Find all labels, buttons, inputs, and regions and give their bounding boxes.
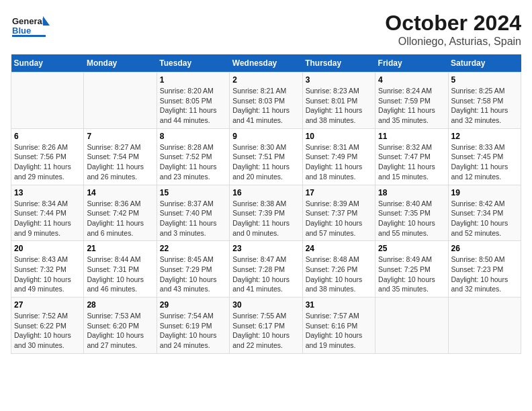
calendar-cell: 31Sunrise: 7:57 AM Sunset: 6:16 PM Dayli… — [302, 298, 375, 354]
calendar-cell: 26Sunrise: 8:50 AM Sunset: 7:23 PM Dayli… — [448, 241, 521, 298]
day-info: Sunrise: 8:21 AM Sunset: 8:03 PM Dayligh… — [232, 86, 299, 126]
calendar-cell: 9Sunrise: 8:30 AM Sunset: 7:51 PM Daylig… — [230, 128, 302, 185]
day-info: Sunrise: 7:55 AM Sunset: 6:17 PM Dayligh… — [232, 311, 299, 351]
day-info: Sunrise: 8:20 AM Sunset: 8:05 PM Dayligh… — [160, 86, 226, 126]
calendar-cell: 8Sunrise: 8:28 AM Sunset: 7:52 PM Daylig… — [157, 128, 229, 185]
day-info: Sunrise: 8:24 AM Sunset: 7:59 PM Dayligh… — [378, 86, 445, 126]
day-info: Sunrise: 8:26 AM Sunset: 7:56 PM Dayligh… — [14, 142, 81, 182]
calendar-cell: 29Sunrise: 7:54 AM Sunset: 6:19 PM Dayli… — [157, 298, 229, 354]
day-info: Sunrise: 8:31 AM Sunset: 7:49 PM Dayligh… — [306, 142, 372, 182]
day-info: Sunrise: 8:37 AM Sunset: 7:40 PM Dayligh… — [160, 199, 226, 238]
day-info: Sunrise: 8:50 AM Sunset: 7:23 PM Dayligh… — [451, 255, 518, 294]
logo-icon: General Blue — [11, 11, 51, 41]
page-header: General Blue October 2024 Olloniego, Ast… — [11, 11, 521, 48]
calendar-cell: 15Sunrise: 8:37 AM Sunset: 7:40 PM Dayli… — [157, 185, 229, 241]
day-header-saturday: Saturday — [448, 54, 521, 73]
calendar-header-row: SundayMondayTuesdayWednesdayThursdayFrid… — [11, 54, 521, 73]
day-info: Sunrise: 7:54 AM Sunset: 6:19 PM Dayligh… — [160, 311, 226, 351]
calendar-cell — [448, 298, 521, 354]
day-info: Sunrise: 8:40 AM Sunset: 7:35 PM Dayligh… — [378, 199, 445, 238]
day-info: Sunrise: 8:30 AM Sunset: 7:51 PM Dayligh… — [232, 142, 299, 182]
calendar-cell: 23Sunrise: 8:47 AM Sunset: 7:28 PM Dayli… — [230, 241, 302, 298]
day-number: 31 — [306, 300, 372, 310]
day-number: 23 — [232, 244, 299, 253]
day-info: Sunrise: 8:38 AM Sunset: 7:39 PM Dayligh… — [232, 199, 299, 238]
day-number: 5 — [451, 75, 518, 85]
day-number: 26 — [451, 244, 518, 253]
calendar-cell: 6Sunrise: 8:26 AM Sunset: 7:56 PM Daylig… — [11, 128, 84, 185]
calendar-week-row: 27Sunrise: 7:52 AM Sunset: 6:22 PM Dayli… — [11, 298, 521, 354]
day-header-friday: Friday — [375, 54, 448, 73]
calendar-cell: 14Sunrise: 8:36 AM Sunset: 7:42 PM Dayli… — [84, 185, 157, 241]
day-info: Sunrise: 7:53 AM Sunset: 6:20 PM Dayligh… — [87, 311, 153, 351]
calendar-cell: 22Sunrise: 8:45 AM Sunset: 7:29 PM Dayli… — [157, 241, 229, 298]
calendar-cell: 13Sunrise: 8:34 AM Sunset: 7:44 PM Dayli… — [11, 185, 84, 241]
day-header-sunday: Sunday — [11, 54, 84, 73]
calendar-cell: 4Sunrise: 8:24 AM Sunset: 7:59 PM Daylig… — [375, 73, 448, 129]
day-number: 3 — [306, 75, 372, 85]
calendar-table: SundayMondayTuesdayWednesdayThursdayFrid… — [11, 54, 521, 354]
day-number: 6 — [14, 132, 81, 141]
calendar-cell: 1Sunrise: 8:20 AM Sunset: 8:05 PM Daylig… — [157, 73, 229, 129]
day-number: 13 — [14, 188, 81, 197]
calendar-cell: 28Sunrise: 7:53 AM Sunset: 6:20 PM Dayli… — [84, 298, 157, 354]
calendar-cell: 21Sunrise: 8:44 AM Sunset: 7:31 PM Dayli… — [84, 241, 157, 298]
day-info: Sunrise: 8:25 AM Sunset: 7:58 PM Dayligh… — [451, 86, 518, 126]
day-header-thursday: Thursday — [302, 54, 375, 73]
calendar-cell: 17Sunrise: 8:39 AM Sunset: 7:37 PM Dayli… — [302, 185, 375, 241]
calendar-cell — [375, 298, 448, 354]
day-number: 15 — [160, 188, 226, 197]
day-info: Sunrise: 8:43 AM Sunset: 7:32 PM Dayligh… — [14, 255, 81, 294]
calendar-cell: 30Sunrise: 7:55 AM Sunset: 6:17 PM Dayli… — [230, 298, 302, 354]
day-number: 27 — [14, 300, 81, 310]
svg-text:Blue: Blue — [12, 26, 31, 36]
day-number: 19 — [451, 188, 518, 197]
day-number: 18 — [378, 188, 445, 197]
day-number: 30 — [232, 300, 299, 310]
page-subtitle: Olloniego, Asturias, Spain — [385, 36, 521, 48]
day-info: Sunrise: 8:33 AM Sunset: 7:45 PM Dayligh… — [451, 142, 518, 182]
logo: General Blue — [11, 11, 51, 41]
calendar-cell — [11, 73, 84, 129]
day-number: 10 — [306, 132, 372, 141]
day-number: 16 — [232, 188, 299, 197]
day-info: Sunrise: 8:44 AM Sunset: 7:31 PM Dayligh… — [87, 255, 153, 294]
calendar-cell: 12Sunrise: 8:33 AM Sunset: 7:45 PM Dayli… — [448, 128, 521, 185]
day-number: 20 — [14, 244, 81, 253]
calendar-cell: 11Sunrise: 8:32 AM Sunset: 7:47 PM Dayli… — [375, 128, 448, 185]
calendar-cell: 20Sunrise: 8:43 AM Sunset: 7:32 PM Dayli… — [11, 241, 84, 298]
calendar-cell: 24Sunrise: 8:48 AM Sunset: 7:26 PM Dayli… — [302, 241, 375, 298]
day-info: Sunrise: 8:36 AM Sunset: 7:42 PM Dayligh… — [87, 199, 153, 238]
calendar-cell: 19Sunrise: 8:42 AM Sunset: 7:34 PM Dayli… — [448, 185, 521, 241]
calendar-cell: 18Sunrise: 8:40 AM Sunset: 7:35 PM Dayli… — [375, 185, 448, 241]
day-number: 25 — [378, 244, 445, 253]
day-number: 24 — [306, 244, 372, 253]
day-info: Sunrise: 8:42 AM Sunset: 7:34 PM Dayligh… — [451, 199, 518, 238]
day-header-wednesday: Wednesday — [230, 54, 302, 73]
calendar-cell: 5Sunrise: 8:25 AM Sunset: 7:58 PM Daylig… — [448, 73, 521, 129]
calendar-cell: 2Sunrise: 8:21 AM Sunset: 8:03 PM Daylig… — [230, 73, 302, 129]
day-info: Sunrise: 8:23 AM Sunset: 8:01 PM Dayligh… — [306, 86, 372, 126]
day-info: Sunrise: 7:52 AM Sunset: 6:22 PM Dayligh… — [14, 311, 81, 351]
svg-text:General: General — [12, 16, 44, 26]
calendar-cell — [84, 73, 157, 129]
day-info: Sunrise: 7:57 AM Sunset: 6:16 PM Dayligh… — [306, 311, 372, 351]
day-info: Sunrise: 8:32 AM Sunset: 7:47 PM Dayligh… — [378, 142, 445, 182]
calendar-cell: 3Sunrise: 8:23 AM Sunset: 8:01 PM Daylig… — [302, 73, 375, 129]
day-number: 12 — [451, 132, 518, 141]
svg-rect-3 — [12, 35, 46, 37]
calendar-week-row: 1Sunrise: 8:20 AM Sunset: 8:05 PM Daylig… — [11, 73, 521, 129]
day-header-monday: Monday — [84, 54, 157, 73]
svg-marker-2 — [43, 16, 50, 26]
day-number: 11 — [378, 132, 445, 141]
calendar-week-row: 6Sunrise: 8:26 AM Sunset: 7:56 PM Daylig… — [11, 128, 521, 185]
day-header-tuesday: Tuesday — [157, 54, 229, 73]
day-info: Sunrise: 8:28 AM Sunset: 7:52 PM Dayligh… — [160, 142, 226, 182]
day-number: 21 — [87, 244, 153, 253]
day-info: Sunrise: 8:49 AM Sunset: 7:25 PM Dayligh… — [378, 255, 445, 294]
calendar-cell: 25Sunrise: 8:49 AM Sunset: 7:25 PM Dayli… — [375, 241, 448, 298]
calendar-cell: 16Sunrise: 8:38 AM Sunset: 7:39 PM Dayli… — [230, 185, 302, 241]
day-number: 22 — [160, 244, 226, 253]
calendar-week-row: 13Sunrise: 8:34 AM Sunset: 7:44 PM Dayli… — [11, 185, 521, 241]
calendar-cell: 7Sunrise: 8:27 AM Sunset: 7:54 PM Daylig… — [84, 128, 157, 185]
